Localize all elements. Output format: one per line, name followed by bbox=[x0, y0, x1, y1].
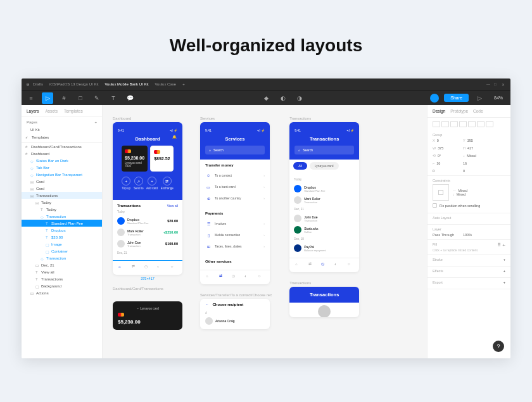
list-item: ☰Invoices› bbox=[205, 218, 265, 229]
layer-row[interactable]: ▢Container bbox=[22, 248, 102, 254]
layer-row[interactable]: T$20.00 bbox=[22, 234, 102, 241]
close-icon[interactable]: ✕ bbox=[502, 82, 505, 86]
canvas[interactable]: Dashboard 9:41•ıl ⚡ Dashboard 🔔 $5,230.0… bbox=[103, 105, 427, 358]
frame-transactions-2[interactable]: Transactions bbox=[289, 287, 359, 317]
frame-transactions[interactable]: 9:41•ıl ⚡ Transactions ⌕Search All Lynay… bbox=[289, 122, 359, 272]
tab-templates[interactable]: Templates bbox=[64, 109, 83, 113]
layer-row[interactable]: #Dashboard/Card/Transactions bbox=[22, 143, 102, 150]
tab-ios[interactable]: iOS/iPadOS 13 Design UI Kit bbox=[49, 82, 98, 86]
tab-design[interactable]: Design bbox=[433, 109, 445, 113]
align-tools[interactable] bbox=[428, 118, 510, 130]
transaction-row: StarbucksCoffee bbox=[294, 224, 355, 236]
minimize-icon[interactable]: — bbox=[486, 82, 490, 86]
user-icon: ☺ bbox=[170, 265, 177, 271]
tab-drafts[interactable]: Drafts bbox=[33, 82, 43, 86]
tab-voulux[interactable]: Voulux Mobile Bank UI Kit bbox=[104, 82, 148, 86]
field-h[interactable]: H417 bbox=[463, 146, 490, 150]
mastercard-icon bbox=[125, 149, 131, 153]
layer-row[interactable]: ⊞Actions bbox=[22, 289, 102, 296]
maximize-icon[interactable]: □ bbox=[494, 82, 498, 86]
globe-icon: ⊕ bbox=[205, 195, 212, 201]
comment-tool[interactable]: 💬 bbox=[124, 92, 136, 104]
pen-tool[interactable]: ✎ bbox=[91, 92, 103, 104]
layer-row[interactable]: TTransactions bbox=[22, 275, 102, 282]
mask-icon[interactable]: ◐ bbox=[277, 92, 289, 104]
action-send: ↗Send to bbox=[134, 177, 144, 190]
layer-row[interactable]: TToday bbox=[22, 206, 102, 213]
field-y[interactable]: Y395 bbox=[463, 139, 490, 142]
action-addcard: +Add card bbox=[146, 177, 158, 190]
field-w[interactable]: W375 bbox=[433, 146, 459, 150]
layer-row[interactable]: TDropbox bbox=[22, 227, 102, 234]
search-icon: ⌕ bbox=[298, 148, 300, 152]
action-exchange: ⇄Exchange bbox=[161, 177, 174, 190]
layer-row[interactable]: TView all bbox=[22, 268, 102, 275]
home-icon: ⌂ bbox=[118, 265, 125, 271]
tab-assets[interactable]: Assets bbox=[46, 109, 58, 113]
add-fill-button[interactable]: ⠿ + bbox=[497, 242, 505, 248]
component-icon[interactable]: ◆ bbox=[261, 92, 272, 104]
field-rot[interactable]: ⟲0° bbox=[433, 154, 459, 158]
tab-code[interactable]: Code bbox=[473, 109, 483, 113]
zoom-level[interactable]: 84% bbox=[494, 96, 503, 100]
add-page-button[interactable]: + bbox=[94, 120, 97, 124]
layer-row[interactable]: ◇Transaction bbox=[22, 254, 102, 261]
avatar[interactable] bbox=[430, 94, 439, 103]
layer-row[interactable]: ◇Tab Bar bbox=[22, 164, 102, 171]
layer-row[interactable]: ◇Status Bar on Dark bbox=[22, 157, 102, 164]
frame-services[interactable]: 9:41•ıl ⚡ Services ⌕Search Transfer mone… bbox=[200, 122, 270, 284]
add-export-button[interactable]: + bbox=[503, 280, 505, 286]
add-stroke-button[interactable]: + bbox=[503, 258, 505, 263]
field-x[interactable]: X0 bbox=[433, 139, 459, 142]
transaction-row: John DoeTransaction bbox=[294, 213, 355, 224]
frame-dashboard[interactable]: 9:41•ıl ⚡ Dashboard 🔔 $5,230.00 Lynayoo … bbox=[113, 122, 182, 275]
pages-header: Pages + bbox=[22, 116, 102, 126]
tab-layers[interactable]: Layers bbox=[27, 109, 39, 113]
boolean-icon[interactable]: ◑ bbox=[294, 92, 305, 104]
page-templates[interactable]: Templates bbox=[22, 134, 102, 141]
present-icon[interactable]: ▷ bbox=[474, 92, 485, 104]
move-tool[interactable]: ▷ bbox=[42, 92, 53, 104]
layer-row[interactable]: ▢Background bbox=[22, 282, 102, 289]
fix-position-checkbox[interactable]: Fix position when scrolling bbox=[433, 201, 505, 210]
help-button[interactable]: ? bbox=[493, 341, 504, 352]
back-icon: ← bbox=[205, 303, 209, 306]
tab-add[interactable]: + bbox=[182, 82, 185, 86]
layer-row[interactable]: TStandard Plan Fee bbox=[22, 220, 102, 227]
share-button[interactable]: Share bbox=[444, 94, 469, 102]
user-icon: ☺ bbox=[205, 172, 212, 179]
frame-label: Dashboard bbox=[113, 116, 182, 120]
layer-row[interactable]: ◇Navigation Bar Transparent bbox=[22, 171, 102, 178]
tax-icon: ⊞ bbox=[205, 243, 212, 249]
frame-card-detail[interactable]: ← Lynayoo card $5,230.00 bbox=[113, 301, 182, 330]
layer-row[interactable]: ⊟Dec, 21 bbox=[22, 261, 102, 268]
list-item: ⊞Taxes, fines, duties› bbox=[205, 241, 265, 252]
transaction-row: DropboxStandard Plan Fee bbox=[294, 183, 355, 194]
frame-tool[interactable]: # bbox=[58, 92, 70, 104]
transaction-row: Mark RollerTransaction bbox=[294, 194, 355, 206]
left-panel: Layers Assets Templates Pages + UI Kit T… bbox=[22, 105, 103, 358]
card-secondary: $892.52 bbox=[150, 146, 174, 172]
tab-prototype[interactable]: Prototype bbox=[450, 109, 468, 113]
layer-row[interactable]: ⊞Card bbox=[22, 185, 102, 192]
shape-tool[interactable]: □ bbox=[75, 92, 86, 104]
field-radius[interactable]: ⌐Mixed bbox=[463, 154, 490, 158]
page-uikit[interactable]: UI Kit bbox=[22, 126, 102, 134]
constraint-v[interactable]: ↕Mixed bbox=[453, 192, 479, 196]
text-tool[interactable]: T bbox=[108, 92, 119, 104]
layer-row[interactable]: ⊞Card bbox=[22, 178, 102, 185]
layer-row[interactable]: ⊟Today bbox=[22, 199, 102, 206]
layer-row[interactable]: ◇Transaction bbox=[22, 213, 102, 220]
tab-case[interactable]: Voulux Case bbox=[155, 82, 176, 86]
layer-row[interactable]: #Dashboard bbox=[22, 150, 102, 157]
blend-mode[interactable]: Pass Through bbox=[433, 233, 459, 237]
list-item: ▭To a bank card› bbox=[205, 181, 265, 192]
layer-row[interactable]: ▢Image bbox=[22, 241, 102, 248]
layer-row[interactable]: ⊞Transactions bbox=[22, 192, 102, 199]
menu-icon[interactable]: ≡ bbox=[25, 92, 37, 104]
add-effect-button[interactable]: + bbox=[503, 269, 505, 275]
frame-choose-recipient[interactable]: ←Choose recipient A Arianna Craig bbox=[200, 299, 270, 329]
opacity-field[interactable]: 100% bbox=[463, 233, 490, 237]
constraints-widget[interactable] bbox=[433, 184, 449, 201]
bell-icon: 🔔 bbox=[172, 135, 177, 140]
